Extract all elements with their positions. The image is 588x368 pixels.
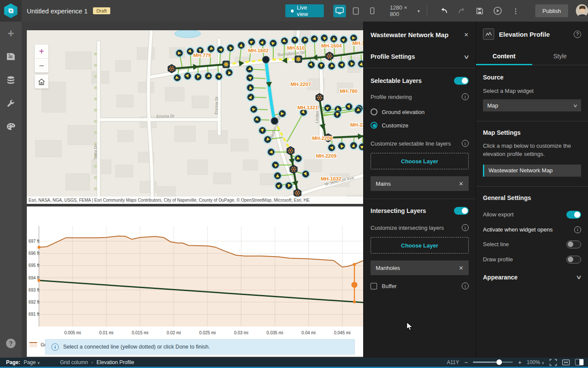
page-button[interactable] — [0, 45, 22, 68]
ground-elevation-radio[interactable]: Ground elevation — [364, 108, 476, 115]
remove-layer-icon[interactable]: ✕ — [459, 265, 463, 271]
manhole-symbol[interactable] — [271, 161, 280, 169]
help-button[interactable]: ? — [6, 339, 16, 348]
manhole-symbol[interactable] — [278, 109, 287, 118]
manhole-symbol[interactable] — [301, 170, 310, 178]
preview-button[interactable] — [491, 3, 505, 18]
device-symbol[interactable] — [326, 52, 333, 60]
map-zoom-out-button[interactable]: − — [35, 59, 48, 73]
manhole-symbol[interactable] — [263, 135, 272, 144]
device-symbol[interactable] — [287, 146, 294, 155]
device-symbol[interactable] — [316, 93, 323, 102]
manhole-symbol[interactable] — [273, 171, 282, 180]
tab-content[interactable]: Content — [476, 48, 532, 65]
tools-button[interactable] — [0, 92, 22, 115]
manhole-symbol[interactable] — [329, 35, 338, 43]
customize-radio[interactable]: Customize — [364, 122, 476, 129]
manhole-symbol[interactable] — [237, 41, 246, 50]
user-avatar[interactable] — [576, 4, 588, 17]
map-home-button[interactable] — [35, 75, 48, 89]
manhole-symbol[interactable] — [246, 73, 254, 82]
device-phone-button[interactable] — [366, 5, 379, 17]
map-settings-item[interactable]: Wastewater Network Map — [483, 165, 581, 177]
manhole-symbol[interactable] — [183, 72, 192, 80]
app-logo[interactable]: ⧉ — [0, 0, 22, 22]
manhole-symbol[interactable] — [349, 141, 358, 150]
manhole-symbol[interactable] — [246, 83, 255, 92]
manhole-symbol[interactable] — [320, 34, 329, 42]
map-zoom-in-button[interactable]: + — [35, 44, 48, 58]
manhole-symbol[interactable] — [347, 59, 356, 68]
select-line-toggle[interactable] — [566, 241, 581, 248]
info-icon[interactable]: i — [462, 93, 469, 100]
manhole-symbol[interactable] — [337, 60, 346, 69]
manhole-symbol[interactable] — [258, 126, 267, 135]
selectable-layers-toggle[interactable] — [454, 77, 469, 85]
fit-to-screen-button[interactable] — [550, 359, 557, 366]
elevation-profile-widget[interactable]: 697 ft696 ft695 ft694 ft693 ft692 ft691 … — [27, 206, 363, 357]
map-widget[interactable]: Testa DrEncina DrEncina DrSunnybrook DrL… — [27, 30, 363, 204]
manhole-symbol[interactable] — [267, 148, 275, 156]
manhole-symbol[interactable] — [291, 36, 299, 44]
draw-profile-toggle[interactable] — [566, 256, 581, 263]
map-widget-select[interactable]: Map ∨ — [483, 99, 581, 111]
choose-point-layer-button[interactable]: Choose Layer — [371, 237, 469, 254]
manhole-symbol[interactable] — [284, 181, 293, 190]
theme-button[interactable] — [0, 115, 22, 138]
more-options-button[interactable]: ⋮ — [509, 3, 523, 18]
manhole-symbol[interactable] — [280, 37, 289, 45]
manhole-symbol[interactable] — [173, 73, 182, 82]
manhole-symbol[interactable] — [226, 44, 235, 52]
buffer-checkbox[interactable] — [371, 283, 377, 289]
manhole-symbol[interactable] — [337, 142, 346, 150]
breadcrumb-grid-column[interactable]: Grid column — [60, 359, 88, 365]
breadcrumb-elevation-profile[interactable]: Elevation Profile — [96, 359, 134, 365]
redo-button[interactable] — [455, 3, 469, 18]
info-icon[interactable]: i — [574, 226, 581, 233]
manhole-symbol[interactable] — [327, 62, 336, 70]
manhole-symbol[interactable] — [194, 73, 202, 81]
pump-symbol[interactable] — [295, 56, 302, 63]
choose-line-layer-button[interactable]: Choose Layer — [371, 153, 469, 169]
fit-width-button[interactable] — [562, 359, 570, 365]
canvas-zoom-slider[interactable] — [473, 362, 513, 363]
manhole-symbol[interactable] — [317, 61, 326, 70]
info-icon[interactable]: i — [462, 140, 469, 147]
insert-widget-button[interactable]: + — [0, 22, 22, 45]
manhole-symbol[interactable] — [323, 104, 332, 112]
manhole-symbol[interactable] — [249, 105, 258, 114]
manhole-symbol[interactable] — [245, 65, 254, 73]
manhole-symbol[interactable] — [258, 38, 267, 47]
remove-layer-icon[interactable]: ✕ — [459, 181, 463, 187]
pump-symbol[interactable] — [223, 61, 230, 68]
manhole-symbol[interactable] — [307, 60, 316, 69]
close-icon[interactable]: ✕ — [464, 32, 469, 38]
device-tablet-button[interactable] — [350, 5, 362, 17]
zoom-in-button[interactable]: + — [518, 359, 521, 366]
manhole-symbol[interactable] — [246, 93, 255, 102]
manhole-symbol[interactable] — [225, 68, 233, 77]
info-icon[interactable]: i — [462, 224, 469, 231]
chevron-down-icon[interactable]: ∨ — [576, 274, 582, 280]
mains-layer-chip[interactable]: Mains ✕ — [371, 176, 469, 191]
device-symbol[interactable] — [294, 189, 301, 197]
manhole-symbol[interactable] — [354, 106, 362, 114]
manhole-symbol[interactable] — [300, 36, 309, 44]
manhole-symbol[interactable] — [294, 154, 303, 163]
help-icon[interactable]: ? — [574, 31, 581, 38]
manhole-symbol[interactable] — [310, 35, 319, 43]
slider-knob[interactable] — [496, 359, 502, 365]
intersecting-layers-toggle[interactable] — [454, 207, 469, 215]
info-icon[interactable]: i — [462, 282, 469, 289]
chevron-down-icon[interactable]: ∨ — [463, 54, 470, 60]
undo-button[interactable] — [437, 3, 451, 18]
device-symbol[interactable] — [168, 64, 175, 73]
manhole-symbol[interactable] — [247, 38, 256, 46]
zoom-out-button[interactable]: − — [464, 359, 468, 366]
zoom-level-dropdown[interactable]: 100% ∨ — [527, 359, 544, 365]
manhole-symbol[interactable] — [175, 49, 184, 57]
manhole-symbol[interactable] — [214, 72, 223, 81]
manhole-symbol[interactable] — [327, 143, 336, 152]
data-button[interactable] — [0, 68, 22, 92]
publish-button[interactable]: Publish — [535, 4, 569, 17]
